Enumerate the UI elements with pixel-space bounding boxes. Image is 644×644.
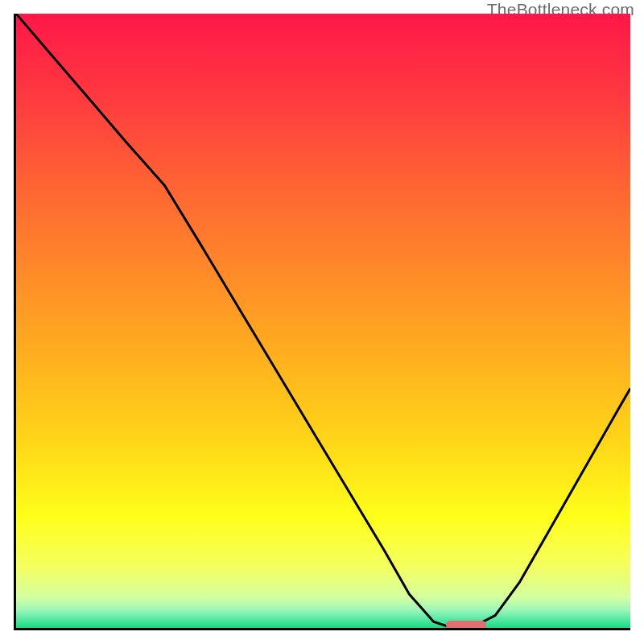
- bottleneck-curve: [16, 14, 630, 628]
- curve-layer: [16, 14, 630, 628]
- optimal-marker: [446, 621, 486, 630]
- plot-area: [14, 14, 630, 630]
- chart-frame: TheBottleneck.com: [0, 0, 644, 644]
